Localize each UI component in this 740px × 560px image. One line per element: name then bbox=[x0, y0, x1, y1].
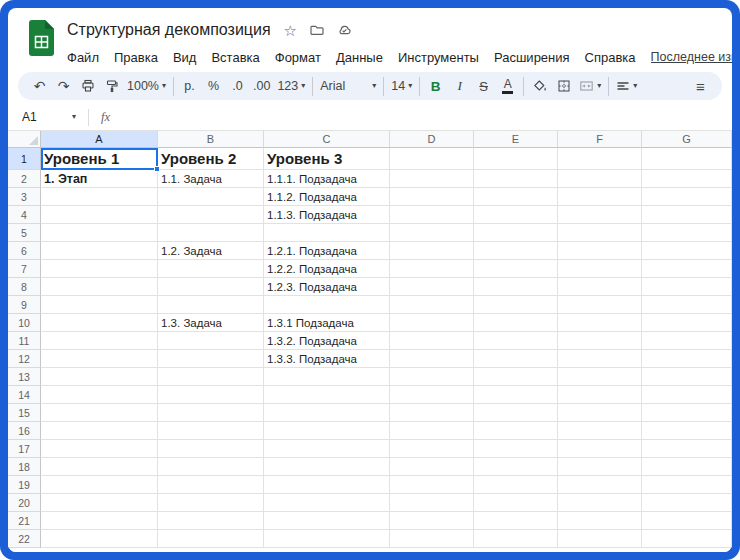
move-folder-icon[interactable] bbox=[310, 23, 324, 37]
font-family-select[interactable]: Arial ▾ bbox=[317, 75, 379, 97]
cell-E6[interactable] bbox=[474, 242, 558, 260]
cell-B15[interactable] bbox=[158, 404, 264, 422]
cell-A13[interactable] bbox=[41, 368, 158, 386]
row-header-19[interactable]: 19 bbox=[8, 476, 41, 494]
row-header-17[interactable]: 17 bbox=[8, 440, 41, 458]
column-header-B[interactable]: B bbox=[158, 131, 264, 148]
cell-A19[interactable] bbox=[41, 476, 158, 494]
borders-button[interactable] bbox=[552, 75, 575, 97]
row-header-9[interactable]: 9 bbox=[8, 296, 41, 314]
cell-F19[interactable] bbox=[558, 476, 642, 494]
cell-B16[interactable] bbox=[158, 422, 264, 440]
cell-D22[interactable] bbox=[390, 530, 474, 548]
cell-G10[interactable] bbox=[642, 314, 732, 332]
cell-B5[interactable] bbox=[158, 224, 264, 242]
row-header-22[interactable]: 22 bbox=[8, 530, 41, 548]
cell-B20[interactable] bbox=[158, 494, 264, 512]
cell-C9[interactable] bbox=[264, 296, 390, 314]
cell-A10[interactable] bbox=[41, 314, 158, 332]
cell-F18[interactable] bbox=[558, 458, 642, 476]
cell-E18[interactable] bbox=[474, 458, 558, 476]
cell-G21[interactable] bbox=[642, 512, 732, 530]
cell-G16[interactable] bbox=[642, 422, 732, 440]
cell-B2[interactable]: 1.1. Задача bbox=[158, 170, 264, 188]
text-color-button[interactable]: A bbox=[496, 75, 519, 97]
cell-G15[interactable] bbox=[642, 404, 732, 422]
row-header-13[interactable]: 13 bbox=[8, 368, 41, 386]
cell-F10[interactable] bbox=[558, 314, 642, 332]
fill-handle[interactable] bbox=[154, 166, 160, 172]
row-header-10[interactable]: 10 bbox=[8, 314, 41, 332]
cell-D21[interactable] bbox=[390, 512, 474, 530]
cell-D2[interactable] bbox=[390, 170, 474, 188]
cell-C14[interactable] bbox=[264, 386, 390, 404]
cell-A22[interactable] bbox=[41, 530, 158, 548]
cloud-status-icon[interactable] bbox=[337, 23, 352, 37]
cell-G22[interactable] bbox=[642, 530, 732, 548]
menu-item-format[interactable]: Формат bbox=[275, 50, 321, 65]
cell-B18[interactable] bbox=[158, 458, 264, 476]
cell-C13[interactable] bbox=[264, 368, 390, 386]
column-header-E[interactable]: E bbox=[474, 131, 558, 148]
cell-E17[interactable] bbox=[474, 440, 558, 458]
menu-item-data[interactable]: Данные bbox=[336, 50, 383, 65]
cell-B19[interactable] bbox=[158, 476, 264, 494]
cell-D15[interactable] bbox=[390, 404, 474, 422]
cell-E19[interactable] bbox=[474, 476, 558, 494]
cell-F14[interactable] bbox=[558, 386, 642, 404]
cell-A21[interactable] bbox=[41, 512, 158, 530]
row-header-8[interactable]: 8 bbox=[8, 278, 41, 296]
currency-format-button[interactable]: р. bbox=[178, 75, 201, 97]
cell-F15[interactable] bbox=[558, 404, 642, 422]
cell-A5[interactable] bbox=[41, 224, 158, 242]
cell-B13[interactable] bbox=[158, 368, 264, 386]
cell-G19[interactable] bbox=[642, 476, 732, 494]
row-header-14[interactable]: 14 bbox=[8, 386, 41, 404]
cell-G13[interactable] bbox=[642, 368, 732, 386]
cell-F11[interactable] bbox=[558, 332, 642, 350]
cell-A15[interactable] bbox=[41, 404, 158, 422]
cell-E10[interactable] bbox=[474, 314, 558, 332]
cell-G9[interactable] bbox=[642, 296, 732, 314]
row-header-4[interactable]: 4 bbox=[8, 206, 41, 224]
cell-D5[interactable] bbox=[390, 224, 474, 242]
horizontal-align-button[interactable]: ▾ bbox=[613, 75, 640, 97]
cell-G17[interactable] bbox=[642, 440, 732, 458]
cell-E8[interactable] bbox=[474, 278, 558, 296]
cell-F7[interactable] bbox=[558, 260, 642, 278]
font-size-select[interactable]: 14 ▾ bbox=[388, 75, 415, 97]
cell-A18[interactable] bbox=[41, 458, 158, 476]
cell-G20[interactable] bbox=[642, 494, 732, 512]
last-edit-link[interactable]: Последнее изменение bbox=[651, 50, 732, 64]
cell-F17[interactable] bbox=[558, 440, 642, 458]
cell-C16[interactable] bbox=[264, 422, 390, 440]
cell-A3[interactable] bbox=[41, 188, 158, 206]
redo-button[interactable]: ↷ bbox=[52, 75, 75, 97]
cell-F1[interactable] bbox=[558, 148, 642, 170]
row-header-2[interactable]: 2 bbox=[8, 170, 41, 188]
cell-D12[interactable] bbox=[390, 350, 474, 368]
sheets-logo-icon[interactable] bbox=[28, 20, 55, 56]
cell-D10[interactable] bbox=[390, 314, 474, 332]
cell-D20[interactable] bbox=[390, 494, 474, 512]
cell-F8[interactable] bbox=[558, 278, 642, 296]
cell-A16[interactable] bbox=[41, 422, 158, 440]
row-header-12[interactable]: 12 bbox=[8, 350, 41, 368]
cell-F5[interactable] bbox=[558, 224, 642, 242]
cell-D13[interactable] bbox=[390, 368, 474, 386]
cell-A4[interactable] bbox=[41, 206, 158, 224]
cell-B1[interactable]: Уровень 2 bbox=[158, 148, 264, 170]
menu-item-help[interactable]: Справка bbox=[585, 50, 636, 65]
cell-E16[interactable] bbox=[474, 422, 558, 440]
cell-B3[interactable] bbox=[158, 188, 264, 206]
cell-C4[interactable]: 1.1.3. Подзадача bbox=[264, 206, 390, 224]
star-icon[interactable]: ☆ bbox=[284, 23, 297, 38]
cell-D11[interactable] bbox=[390, 332, 474, 350]
increase-decimal-button[interactable]: .00 bbox=[250, 75, 273, 97]
cell-C6[interactable]: 1.2.1. Подзадача bbox=[264, 242, 390, 260]
cell-D9[interactable] bbox=[390, 296, 474, 314]
cell-A14[interactable] bbox=[41, 386, 158, 404]
column-header-D[interactable]: D bbox=[390, 131, 474, 148]
row-header-16[interactable]: 16 bbox=[8, 422, 41, 440]
cell-F3[interactable] bbox=[558, 188, 642, 206]
